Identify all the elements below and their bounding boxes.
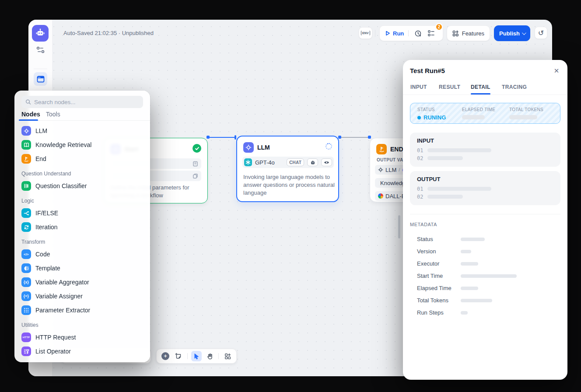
- checklist-icon: [427, 30, 435, 37]
- tabs-divider: [403, 94, 567, 95]
- autosave-status: Auto-Saved 21:02:35 · Unpublished: [63, 30, 154, 36]
- history-restore-icon: ↺: [538, 29, 544, 37]
- meta-run-steps-label: Run Steps: [417, 309, 444, 316]
- organize-nodes-button[interactable]: [222, 351, 233, 361]
- toolbar-separator: [218, 353, 219, 359]
- list-operator-icon: [21, 346, 31, 356]
- tab-tools[interactable]: Tools: [46, 111, 60, 118]
- edge-handle[interactable]: [338, 136, 341, 139]
- tab-detail[interactable]: DETAIL: [471, 84, 490, 90]
- canvas-scrollbar[interactable]: [398, 215, 400, 238]
- section-utilities: Utilities: [21, 322, 38, 328]
- llm-node[interactable]: LLM GPT-4o CHAT: [236, 136, 339, 202]
- features-button[interactable]: Features: [447, 25, 490, 41]
- meta-total-tokens-label: Total Tokens: [417, 297, 448, 304]
- chevron-down-icon: [522, 31, 526, 35]
- node-item-label: Question Classifier: [35, 182, 87, 189]
- layout-grid-icon: [224, 353, 231, 360]
- node-item-label: Variable Assigner: [35, 293, 83, 300]
- node-item-template[interactable]: Template: [19, 262, 146, 274]
- node-item-code[interactable]: </> Code: [19, 248, 146, 260]
- node-item-parameter-extractor[interactable]: Parameter Extractor: [19, 304, 146, 316]
- run-button[interactable]: Run: [385, 30, 404, 37]
- panel-title: Test Run#5: [410, 67, 445, 74]
- code-icon: </>: [21, 249, 31, 259]
- edge-handle[interactable]: [234, 135, 236, 140]
- node-item-end[interactable]: End: [19, 153, 146, 165]
- loading-spinner-icon: [326, 143, 332, 150]
- node-item-label: Template: [35, 265, 60, 272]
- node-item-label: End: [35, 155, 46, 162]
- pointer-mode-button[interactable]: [191, 351, 202, 361]
- node-item-iteration[interactable]: Iteration: [19, 221, 146, 233]
- checklist-button[interactable]: [426, 28, 436, 38]
- node-item-list-operator[interactable]: List Operator: [19, 345, 146, 357]
- tab-result[interactable]: RESULT: [439, 84, 460, 90]
- end-flag-icon: [21, 154, 31, 164]
- running-text: RUNING: [424, 114, 446, 121]
- node-item-knowledge-retrieval[interactable]: Knowledge Retrieval: [19, 139, 146, 151]
- tab-tracing[interactable]: TRACING: [502, 84, 527, 90]
- search-input[interactable]: [34, 99, 139, 105]
- section-transform: Transform: [21, 239, 45, 245]
- add-node-button[interactable]: +: [160, 351, 171, 361]
- end-node-header: END: [376, 144, 403, 154]
- node-item-label: Knowledge Retrieval: [35, 141, 91, 148]
- node-item-if-else[interactable]: IF/ELSE: [19, 207, 146, 219]
- output-card: OUTPUT 01 02: [410, 171, 560, 205]
- llm-node-header: LLM: [243, 142, 270, 153]
- node-item-label: Iteration: [35, 224, 58, 231]
- run-group-separator: [408, 30, 409, 36]
- meta-elapsed-time-label: Elapsed Time: [417, 285, 452, 291]
- node-item-http-request[interactable]: HTTP HTTP Request: [19, 331, 146, 343]
- timer-icon: [414, 30, 422, 37]
- run-history-button[interactable]: [413, 28, 423, 38]
- input-skeleton: [427, 156, 463, 160]
- play-icon: [385, 31, 390, 36]
- robot-badge: [307, 158, 318, 166]
- llm-model-selector[interactable]: GPT-4o CHAT: [242, 157, 334, 168]
- search-box: [21, 96, 143, 108]
- node-item-variable-aggregator[interactable]: {x} Variable Aggregator: [19, 276, 146, 288]
- block-selector-panel: Nodes Tools LLM Knowledge Retrieval End …: [14, 91, 150, 362]
- llm-node-description: Invoking large language models to answer…: [243, 173, 336, 197]
- status-card: STATUS ELAPSED TIME TOTAL TOKENS RUNING: [410, 103, 560, 124]
- node-item-label: List Operator: [35, 348, 71, 355]
- node-item-variable-assigner[interactable]: {=} Variable Assigner: [19, 290, 146, 302]
- node-item-label: LLM: [35, 127, 47, 134]
- metadata-label: METADATA: [410, 222, 437, 227]
- env-button[interactable]: ENV: [359, 27, 372, 39]
- app-logo-robot-icon[interactable]: [32, 25, 49, 42]
- add-note-button[interactable]: [173, 351, 184, 361]
- preferences-sliders-icon[interactable]: [36, 46, 45, 54]
- screen: Auto-Saved 21:02:35 · Unpublished ENV Ru…: [0, 0, 581, 392]
- version-history-button[interactable]: ↺: [535, 27, 547, 39]
- hand-mode-button[interactable]: [204, 351, 215, 361]
- sidebar-item-workflow[interactable]: [34, 72, 47, 86]
- active-tab-underline: [471, 93, 490, 94]
- close-icon[interactable]: ✕: [552, 66, 561, 75]
- llm-icon: [21, 126, 31, 136]
- meta-skeleton: [461, 299, 492, 302]
- toolbar-separator: [187, 353, 188, 359]
- edge-handle[interactable]: [368, 136, 371, 139]
- copy-icon: [192, 173, 198, 179]
- total-tokens-label: TOTAL TOKENS: [509, 107, 543, 112]
- node-item-label: Parameter Extractor: [35, 307, 90, 314]
- edge-handle[interactable]: [206, 136, 210, 139]
- node-item-question-classifier[interactable]: Question Classifier: [19, 180, 146, 192]
- variable-name: LLM: [385, 167, 396, 173]
- elapsed-time-label: ELAPSED TIME: [462, 107, 495, 112]
- output-title: OUTPUT: [417, 176, 440, 182]
- running-dot-icon: [417, 116, 421, 119]
- tab-nodes[interactable]: Nodes: [21, 111, 40, 118]
- node-item-llm[interactable]: LLM: [19, 125, 146, 137]
- node-item-label: HTTP Request: [35, 334, 76, 341]
- iteration-loop-icon: [21, 222, 31, 232]
- active-tab-underline: [19, 119, 38, 121]
- meta-status-label: Status: [417, 236, 433, 242]
- plus-icon: +: [161, 352, 169, 360]
- tab-input[interactable]: INPUT: [410, 84, 427, 90]
- publish-button[interactable]: Publish: [494, 25, 530, 41]
- meta-skeleton: [461, 262, 478, 266]
